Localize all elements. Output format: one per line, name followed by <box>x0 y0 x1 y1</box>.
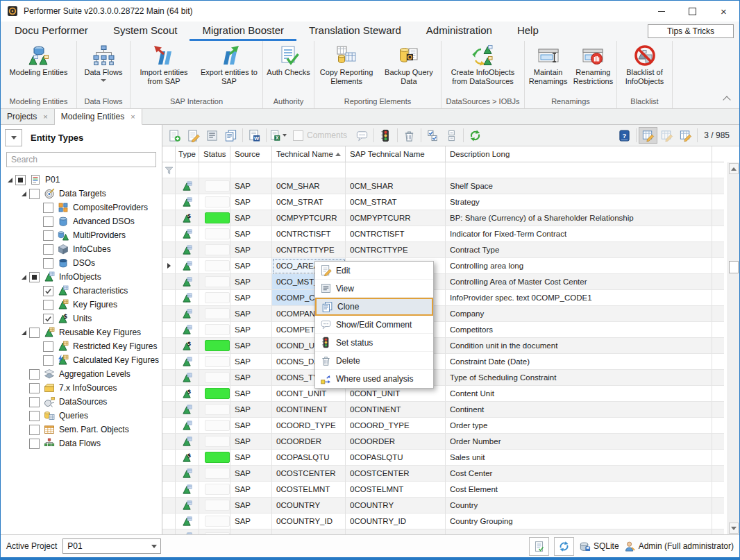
technical-name-cell[interactable]: 0COSTCENTER <box>272 466 346 482</box>
tree-checkbox[interactable] <box>29 383 40 393</box>
spacer-cell[interactable] <box>712 370 724 386</box>
menubar-tab-migration-booster[interactable]: Migration Booster <box>190 22 296 41</box>
source-cell[interactable]: SAP <box>230 178 272 194</box>
tree-checkbox[interactable] <box>29 397 40 407</box>
status-cell[interactable] <box>199 386 230 402</box>
table-row[interactable]: $SAP0CMPYPTCURR0CMPYPTCURRBP: Share (Cur… <box>162 210 724 226</box>
spacer-cell[interactable] <box>712 482 724 498</box>
spacer-cell[interactable] <box>712 274 724 290</box>
doc-tab-modeling-entities[interactable]: Modeling Entities× <box>55 109 142 125</box>
delete-button[interactable] <box>400 127 419 144</box>
ribbon-button-backup-query-data[interactable]: Backup Query Data <box>378 44 439 86</box>
help-button[interactable]: ? <box>615 127 634 144</box>
status-cell[interactable] <box>199 338 230 354</box>
source-cell[interactable]: SAP <box>230 498 272 514</box>
tree-item-data-targets[interactable]: Data Targets <box>1 187 162 201</box>
tree-checkbox[interactable] <box>29 411 40 421</box>
description-cell[interactable]: Contract Type <box>446 242 712 258</box>
type-cell[interactable] <box>176 194 199 210</box>
spacer-cell[interactable] <box>712 194 724 210</box>
description-cell[interactable]: Controlling Area of Master Cost Center <box>446 274 712 290</box>
tree-item-datasources[interactable]: DataSources <box>1 395 162 409</box>
tree-checkbox[interactable] <box>29 328 40 338</box>
minimize-button[interactable] <box>646 1 677 22</box>
technical-name-cell[interactable]: 0COORDER <box>272 434 346 450</box>
tree-item-data-flows[interactable]: Data Flows <box>1 436 162 450</box>
excel-export-button[interactable]: X <box>269 127 287 144</box>
source-cell[interactable]: SAP <box>230 466 272 482</box>
source-cell[interactable]: SAP <box>230 258 272 274</box>
sap-technical-name-cell[interactable]: 0CNTRCTISFT <box>346 226 446 242</box>
tree-item-advanced-dsos[interactable]: Advanced DSOs <box>1 214 162 228</box>
column-header-type[interactable]: Type <box>176 146 199 162</box>
scrollbar-thumb[interactable] <box>729 261 739 273</box>
combo-caret[interactable] <box>148 545 160 548</box>
tree-item-aggregation-levels[interactable]: Aggregation Levels <box>1 367 162 381</box>
source-cell[interactable]: SAP <box>230 434 272 450</box>
type-cell[interactable] <box>176 178 199 194</box>
status-cell[interactable] <box>199 402 230 418</box>
table-row[interactable]: SAP0CONTINENT0CONTINENTContinent <box>162 402 724 418</box>
row-indicator-cell[interactable] <box>162 466 176 482</box>
source-cell[interactable]: SAP <box>230 274 272 290</box>
filter-cell-sap-technical-name[interactable] <box>346 162 446 178</box>
spacer-cell[interactable] <box>712 418 724 434</box>
table-row[interactable]: SAP0CNTRCTISFT0CNTRCTISFTIndicator for F… <box>162 226 724 242</box>
row-indicator-cell[interactable] <box>162 370 176 386</box>
tree-expander-icon[interactable] <box>22 192 26 196</box>
table-row[interactable]: SAP0COUNTY_CDE0COUNTY_CDECounty Code <box>162 529 724 534</box>
tree-checkbox[interactable] <box>29 369 40 380</box>
description-cell[interactable]: Cost Element <box>446 482 712 498</box>
type-cell[interactable] <box>176 226 199 242</box>
description-cell[interactable]: Cost Center <box>446 466 712 482</box>
type-cell[interactable] <box>176 529 199 534</box>
spacer-cell[interactable] <box>712 514 724 529</box>
description-cell[interactable]: County Code <box>446 529 712 534</box>
maximize-button[interactable] <box>677 1 708 22</box>
type-cell[interactable] <box>176 482 199 498</box>
ribbon-button-create-infoobjects-from-datasources[interactable]: Create InfoObjects from DataSources <box>450 44 516 86</box>
tree-expander-icon[interactable] <box>22 330 26 335</box>
sap-technical-name-cell[interactable]: 0COUNTRY <box>346 498 446 514</box>
type-cell[interactable] <box>176 258 199 274</box>
ribbon-button-data-flows[interactable]: Data Flows <box>78 44 129 82</box>
spacer-cell[interactable] <box>712 354 724 370</box>
row-indicator-cell[interactable] <box>162 434 176 450</box>
source-cell[interactable]: SAP <box>230 370 272 386</box>
ribbon-button-import-entities-from-sap[interactable]: Import entities from SAP <box>132 44 196 86</box>
tree-item-restricted-key-figures[interactable]: Restricted Key Figures <box>1 339 162 353</box>
description-cell[interactable]: Country Grouping <box>446 514 712 529</box>
row-indicator-cell[interactable] <box>162 178 176 194</box>
type-cell[interactable]: $ <box>176 338 199 354</box>
ribbon-button-modeling-entities[interactable]: Modeling Entities <box>6 44 72 77</box>
spacer-cell[interactable] <box>712 338 724 354</box>
spacer-cell[interactable] <box>712 529 724 534</box>
sap-technical-name-cell[interactable]: 0COSTCENTER <box>346 466 446 482</box>
table-row[interactable]: SAP0COMP_COInfoProvider spec. text 0COMP… <box>162 290 724 306</box>
description-cell[interactable]: Country <box>446 498 712 514</box>
tree-item-infocubes[interactable]: InfoCubes <box>1 242 162 256</box>
row-indicator-cell[interactable] <box>162 274 176 290</box>
description-cell[interactable]: InfoProvider spec. text 0COMP_CODE1 <box>446 290 712 306</box>
menubar-tab-system-scout[interactable]: System Scout <box>101 22 190 41</box>
tree-item-reusable-key-figures[interactable]: Reusable Key Figures <box>1 325 162 339</box>
description-cell[interactable]: Company <box>446 306 712 322</box>
filter-cell-status[interactable] <box>199 162 230 178</box>
description-cell[interactable]: Indicator for Fixed-Term Contract <box>446 226 712 242</box>
type-cell[interactable] <box>176 274 199 290</box>
technical-name-cell[interactable]: 0CM_SHAR <box>272 178 346 194</box>
source-cell[interactable]: SAP <box>230 529 272 534</box>
description-cell[interactable]: BP: Share (Currency) of a Shareholder Re… <box>446 210 712 226</box>
type-cell[interactable] <box>176 306 199 322</box>
type-cell[interactable] <box>176 418 199 434</box>
tree-item-multiproviders[interactable]: MultiProviders <box>1 228 162 242</box>
tree-checkbox[interactable] <box>43 286 53 296</box>
tree-item-characteristics[interactable]: Characteristics <box>1 284 162 298</box>
source-cell[interactable]: SAP <box>230 306 272 322</box>
vertical-scrollbar[interactable] <box>728 162 739 534</box>
type-cell[interactable]: $ <box>176 210 199 226</box>
row-indicator-cell[interactable] <box>162 226 176 242</box>
description-cell[interactable]: Content Unit <box>446 386 712 402</box>
description-cell[interactable]: Shelf Space <box>446 178 712 194</box>
log-button[interactable] <box>529 537 549 556</box>
